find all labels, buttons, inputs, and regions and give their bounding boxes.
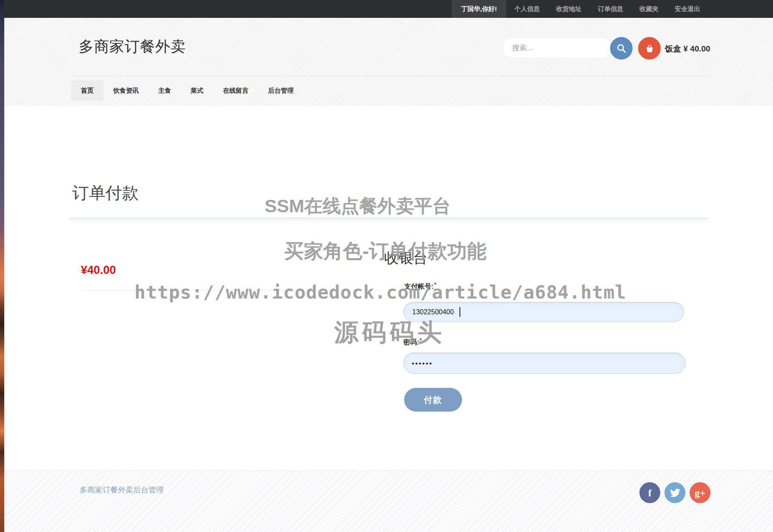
page-title: 订单付款 [72,182,139,205]
nav-item-home[interactable]: 首页 [71,80,103,101]
nav-item-food-news[interactable]: 饮食资讯 [103,80,148,101]
payment-account-input[interactable] [403,302,684,322]
twitter-icon [670,488,680,498]
price-divider [81,290,382,290]
twitter-button[interactable] [665,482,685,503]
footer-admin-link[interactable]: 多商家订餐外卖后台管理 [80,485,164,495]
background-photo-strip [0,0,4,532]
required-asterisk: * [434,281,436,288]
order-price: ¥40.00 [81,264,116,277]
pay-button[interactable]: 付款 [404,388,462,412]
topbar-item-delivery-address[interactable]: 收货地址 [548,0,590,18]
cart-button[interactable] [638,37,661,60]
google-plus-button[interactable]: g+ [690,482,710,503]
payment-account-label: 支付帐号:* [404,282,436,291]
header-divider [70,76,708,76]
topbar-item-order-info[interactable]: 订单信息 [590,0,631,18]
password-label: 密码:* [403,338,422,347]
nav-item-dishes[interactable]: 菜式 [181,80,213,101]
search-input[interactable] [503,38,612,58]
social-links: f g+ [639,482,710,503]
main-nav: 首页 饮食资讯 主食 菜式 在线留言 后台管理 [71,80,303,101]
topbar: 丁国华,你好! 个人信息 收货地址 订单信息 收藏夹 安全退出 [4,0,773,18]
footer: 多商家订餐外卖后台管理 f g+ [4,470,773,532]
facebook-icon: f [648,488,652,498]
cart-basket-icon [644,43,655,54]
text-cursor [459,307,460,317]
nav-item-staple-food[interactable]: 主食 [148,80,181,101]
section-divider [70,218,708,223]
search-button[interactable] [610,37,633,60]
cart-total-label: 饭盒 ¥ 40.00 [665,43,710,54]
topbar-item-personal-info[interactable]: 个人信息 [506,0,548,18]
password-input[interactable] [403,353,686,374]
nav-item-online-message[interactable]: 在线留言 [213,80,258,101]
topbar-item-logout[interactable]: 安全退出 [667,0,708,18]
topbar-item-favorites[interactable]: 收藏夹 [631,0,667,18]
cashier-title: 收银台 [384,248,428,268]
site-title: 多商家订餐外卖 [79,37,186,57]
topbar-user-greeting[interactable]: 丁国华,你好! [452,0,506,18]
nav-item-admin[interactable]: 后台管理 [258,80,303,101]
facebook-button[interactable]: f [639,482,660,503]
search-icon [616,43,627,54]
google-plus-icon: g+ [695,488,706,498]
topbar-menu: 丁国华,你好! 个人信息 收货地址 订单信息 收藏夹 安全退出 [452,0,708,18]
required-asterisk: * [419,337,422,344]
main-content: 订单付款 ¥40.00 收银台 支付帐号:* 密码:* 付款 [4,106,773,470]
header: 多商家订餐外卖 饭盒 ¥ 40.00 首页 饮食资讯 主食 菜式 在线留言 后台… [4,18,773,106]
